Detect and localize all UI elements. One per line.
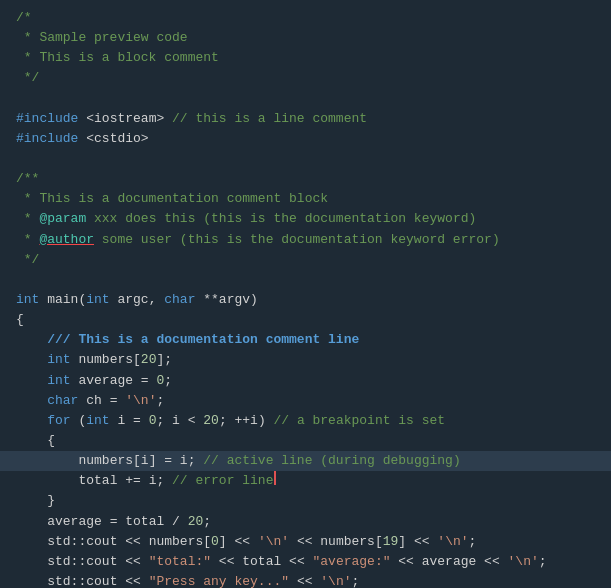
str-average: "average:" (312, 552, 390, 572)
return-type: int (16, 290, 39, 310)
cout2: std::cout << (47, 552, 148, 572)
num-20c: 20 (188, 512, 204, 532)
line-23-active: numbers[i] = i; // active line (during d… (0, 451, 611, 471)
for-open: ( (71, 411, 87, 431)
indent (16, 532, 47, 552)
for-cond: ; i < (156, 411, 203, 431)
newline1: '\n' (258, 532, 289, 552)
cout2d: ; (539, 552, 547, 572)
line-25: } (0, 491, 611, 511)
indent2b (16, 471, 78, 491)
newline4: '\n' (320, 572, 351, 588)
line-18: int numbers[ 20 ]; (0, 350, 611, 370)
comment-inline: // this is a line comment (172, 109, 367, 129)
line-13: */ (0, 250, 611, 270)
doc-param-text: xxx does this (this is the documentation… (86, 209, 476, 229)
keyword-for: for (47, 411, 70, 431)
inner-brace-close: } (16, 491, 55, 511)
num-0b: 0 (149, 411, 157, 431)
cout3b: << (289, 572, 320, 588)
brace-open: { (16, 310, 24, 330)
cout3c: ; (352, 572, 360, 588)
indent (16, 371, 47, 391)
for-comment: // a breakpoint is set (274, 411, 446, 431)
doc-comment-open: /** (16, 169, 39, 189)
num-20: 20 (141, 350, 157, 370)
plain-text: <cstdio> (78, 129, 148, 149)
num-0c: 0 (211, 532, 219, 552)
str-total: "total:" (149, 552, 211, 572)
semicolon4: ; (203, 512, 211, 532)
cout1: std::cout << numbers[ (47, 532, 211, 552)
doc-author-text: some user (this is the documentation key… (94, 230, 500, 250)
line-10: * This is a documentation comment block (0, 189, 611, 209)
cout1c: << numbers[ (289, 532, 383, 552)
line-19: int average = 0 ; (0, 371, 611, 391)
line-24-error: total += i; // error line (0, 471, 611, 491)
comment-text: * Sample preview code (16, 28, 188, 48)
semicolon3: ; (156, 391, 164, 411)
indent (16, 411, 47, 431)
doc-keyword-author-error: @author (39, 230, 94, 250)
numbers-assign: numbers[i] = i; (78, 451, 203, 471)
newline2: '\n' (437, 532, 468, 552)
keyword-include: #include (16, 109, 78, 129)
for-var: i = (110, 411, 149, 431)
param-type-2: char (164, 290, 195, 310)
line-8 (0, 149, 611, 169)
line-22: { (0, 431, 611, 451)
error-comment: // error line (172, 471, 273, 491)
line-2: * Sample preview code (0, 28, 611, 48)
line-4: */ (0, 68, 611, 88)
indent (16, 391, 47, 411)
indent (16, 572, 47, 588)
comment-text: * This is a block comment (16, 48, 219, 68)
param-name-1: argc, (110, 290, 165, 310)
var-ch: ch = (78, 391, 125, 411)
cout2c: << average << (391, 552, 508, 572)
line-26: average = total / 20 ; (0, 512, 611, 532)
indent (16, 350, 47, 370)
cout1e: ; (469, 532, 477, 552)
line-3: * This is a block comment (0, 48, 611, 68)
num-19: 19 (383, 532, 399, 552)
line-14 (0, 270, 611, 290)
error-cursor (274, 471, 276, 485)
num-20b: 20 (203, 411, 219, 431)
line-6: #include <iostream> // this is a line co… (0, 109, 611, 129)
code-editor: /* * Sample preview code * This is a blo… (0, 0, 611, 588)
type-char: char (47, 391, 78, 411)
total-assign: total += i; (78, 471, 172, 491)
indent2 (16, 451, 78, 471)
char-val: '\n' (125, 391, 156, 411)
comment-text: /* (16, 8, 32, 28)
indent (16, 552, 47, 572)
line-28: std::cout << "total:" << total << "avera… (0, 552, 611, 572)
line-29: std::cout << "Press any key..." << '\n' … (0, 572, 611, 588)
line-27: std::cout << numbers[ 0 ] << '\n' << num… (0, 532, 611, 552)
active-comment: // active line (during debugging) (203, 451, 460, 471)
line-12: * @author some user (this is the documen… (0, 230, 611, 250)
type-int2: int (47, 371, 70, 391)
newline3: '\n' (508, 552, 539, 572)
line-7: #include <cstdio> (0, 129, 611, 149)
line-21: for ( int i = 0 ; i < 20 ; ++i) // a bre… (0, 411, 611, 431)
cout1b: ] << (219, 532, 258, 552)
doc-keyword-param: @param (39, 209, 86, 229)
str-presskey: "Press any key..." (149, 572, 289, 588)
line-11: * @param xxx does this (this is the docu… (0, 209, 611, 229)
indent (16, 512, 47, 532)
cout1d: ] << (398, 532, 437, 552)
inner-brace-open: { (16, 431, 55, 451)
line-5 (0, 89, 611, 109)
num-0: 0 (156, 371, 164, 391)
keyword-include2: #include (16, 129, 78, 149)
doc-comment-body: * This is a documentation comment block (16, 189, 328, 209)
cout3: std::cout << (47, 572, 148, 588)
var-average: average = (71, 371, 157, 391)
param-name-2: **argv) (195, 290, 257, 310)
line-15: int main( int argc, char **argv) (0, 290, 611, 310)
line-17: /// This is a documentation comment line (0, 330, 611, 350)
doc-param-star: * (16, 209, 39, 229)
plain-text: <iostream> (78, 109, 172, 129)
